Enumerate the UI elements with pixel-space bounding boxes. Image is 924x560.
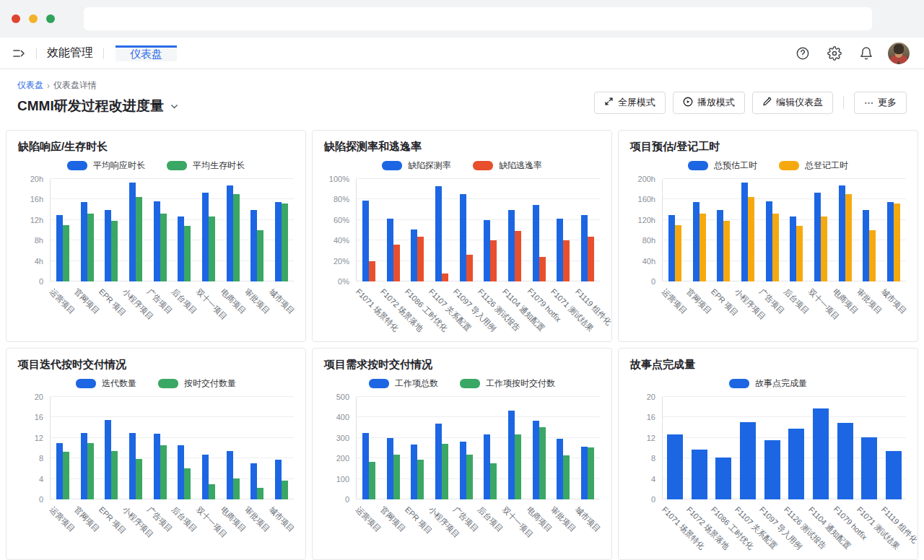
- chart-card: 项目需求按时交付情况工作项总数工作项按时交付数0100200300400500运…: [312, 348, 612, 560]
- edit-pencil-icon: [762, 97, 772, 108]
- bar-group: [687, 179, 712, 281]
- bar-group: [123, 397, 148, 499]
- tab-dashboard[interactable]: 仪表盘: [116, 45, 177, 61]
- y-tick-label: 12: [35, 434, 43, 442]
- x-tick-label: 运营项目: [353, 504, 383, 535]
- x-axis: F1071 场景特化F1072 场景落地F1086 工时优化F1107 关系配置…: [662, 499, 906, 560]
- bar: [393, 245, 400, 281]
- y-tick-label: 4: [651, 475, 655, 484]
- bar: [490, 463, 497, 499]
- bar: [417, 237, 424, 281]
- legend-item[interactable]: 缺陷探测率: [382, 159, 451, 172]
- bar: [154, 201, 160, 281]
- play-mode-button[interactable]: 播放模式: [673, 92, 745, 114]
- bar: [894, 204, 900, 281]
- legend-item[interactable]: 总登记工时: [779, 159, 848, 172]
- bar-group: [858, 397, 882, 499]
- bar: [861, 437, 877, 499]
- bar: [588, 447, 594, 499]
- bar: [442, 444, 448, 499]
- bar: [250, 463, 257, 499]
- bar-group: [245, 397, 270, 499]
- bar: [411, 229, 417, 281]
- legend-swatch: [76, 379, 96, 388]
- bar-group: [454, 397, 479, 499]
- y-axis: 04h8h12h16h20h: [18, 179, 50, 281]
- bar-group: [381, 397, 406, 499]
- bar: [790, 216, 796, 281]
- bar: [160, 214, 167, 281]
- y-axis: 0%20%40%60%80%100%: [324, 179, 356, 281]
- bar-group: [552, 179, 576, 281]
- bar: [581, 447, 588, 499]
- bar: [813, 408, 829, 499]
- legend-label: 总登记工时: [805, 159, 848, 172]
- notifications-bell-icon[interactable]: [859, 46, 873, 61]
- breadcrumb-separator: ›: [47, 81, 50, 91]
- x-tick-label: 审批项目: [243, 286, 273, 317]
- x-tick-label: 后台项目: [169, 504, 199, 535]
- title-chevron-down-icon[interactable]: [170, 102, 179, 111]
- y-axis: 048121620: [630, 397, 662, 499]
- y-tick-label: 20%: [334, 257, 349, 266]
- legend-item[interactable]: 工作项总数: [369, 377, 438, 390]
- help-icon[interactable]: [796, 46, 810, 61]
- minimize-window-button[interactable]: [29, 14, 38, 23]
- close-window-button[interactable]: [12, 14, 20, 23]
- bar: [839, 185, 845, 281]
- legend-item[interactable]: 故事点完成量: [729, 377, 807, 390]
- legend-item[interactable]: 按时交付数量: [158, 377, 236, 390]
- breadcrumb-current: 仪表盘详情: [53, 79, 97, 92]
- chart-title: 项目需求按时交付情况: [324, 358, 600, 372]
- bar: [693, 202, 699, 281]
- bar: [129, 433, 136, 499]
- bar-group: [357, 397, 381, 499]
- y-tick-label: 4: [39, 475, 43, 484]
- page-header: 仪表盘 › 仪表盘详情 CMMI研发过程改进度量 全屏模式: [0, 69, 924, 126]
- chart-title: 项目预估/登记工时: [630, 140, 906, 154]
- legend-item[interactable]: 平均响应时长: [67, 159, 145, 172]
- bar: [209, 216, 215, 281]
- bar-group: [405, 179, 430, 281]
- legend-item[interactable]: 总预估工时: [688, 159, 757, 172]
- chart-plot-row: 0%20%40%60%80%100%: [324, 179, 600, 281]
- bar-group: [881, 179, 906, 281]
- bar-group: [833, 179, 858, 281]
- chart-plot: [356, 397, 600, 499]
- bar-group: [527, 179, 552, 281]
- bar: [87, 214, 94, 281]
- bar-group: [711, 179, 736, 281]
- legend-item[interactable]: 工作项按时交付数: [460, 377, 555, 390]
- legend-item[interactable]: 迭代数量: [76, 377, 136, 390]
- bar: [766, 201, 772, 281]
- bar: [160, 445, 167, 499]
- breadcrumb-dashboard-link[interactable]: 仪表盘: [17, 79, 43, 92]
- legend-item[interactable]: 平均生存时长: [167, 159, 245, 172]
- user-avatar[interactable]: [888, 43, 910, 64]
- bar: [129, 183, 136, 281]
- bar-group: [123, 179, 148, 281]
- bar: [154, 434, 160, 499]
- zoom-window-button[interactable]: [46, 14, 55, 23]
- sidebar-expand-icon[interactable]: [12, 46, 26, 61]
- more-button[interactable]: ⋯ 更多: [854, 92, 907, 114]
- bar: [411, 445, 417, 499]
- x-tick-label: 审批项目: [243, 504, 273, 535]
- bar: [184, 226, 191, 281]
- settings-gear-icon[interactable]: [827, 46, 842, 61]
- y-tick-label: 60%: [334, 216, 349, 224]
- legend-label: 平均生存时长: [193, 159, 245, 172]
- bar-group: [736, 179, 760, 281]
- edit-dashboard-button[interactable]: 编辑仪表盘: [752, 92, 833, 114]
- chart-plot-row: 0100200300400500: [324, 397, 600, 499]
- x-tick-label: 审批项目: [549, 504, 579, 535]
- address-bar[interactable]: [84, 7, 872, 30]
- bar: [63, 225, 69, 281]
- bar: [136, 197, 142, 281]
- legend-item[interactable]: 缺陷逃逸率: [473, 159, 542, 172]
- bar: [484, 220, 490, 281]
- fullscreen-mode-button[interactable]: 全屏模式: [594, 92, 666, 114]
- bar: [202, 193, 209, 281]
- bar: [257, 488, 263, 499]
- y-tick-label: 0: [39, 495, 43, 504]
